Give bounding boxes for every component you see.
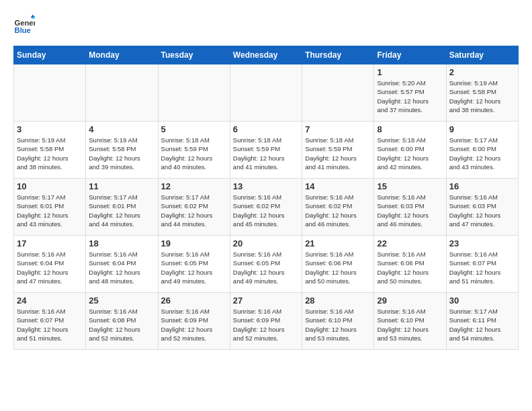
- day-number: 21: [305, 238, 371, 248]
- calendar-cell: 14Sunrise: 5:16 AM Sunset: 6:02 PM Dayli…: [302, 179, 374, 236]
- day-detail: Sunrise: 5:17 AM Sunset: 6:01 PM Dayligh…: [17, 193, 83, 228]
- calendar-cell: 20Sunrise: 5:16 AM Sunset: 6:05 PM Dayli…: [230, 236, 302, 293]
- calendar-cell: 18Sunrise: 5:16 AM Sunset: 6:04 PM Dayli…: [86, 236, 158, 293]
- calendar-cell: 11Sunrise: 5:17 AM Sunset: 6:01 PM Dayli…: [86, 179, 158, 236]
- calendar-cell: 29Sunrise: 5:16 AM Sunset: 6:10 PM Dayli…: [374, 293, 446, 350]
- calendar-cell: 24Sunrise: 5:16 AM Sunset: 6:07 PM Dayli…: [14, 293, 86, 350]
- calendar-cell: 21Sunrise: 5:16 AM Sunset: 6:06 PM Dayli…: [302, 236, 374, 293]
- day-number: 20: [233, 238, 299, 248]
- calendar-cell: 5Sunrise: 5:18 AM Sunset: 5:59 PM Daylig…: [158, 122, 230, 179]
- day-number: 15: [377, 181, 443, 191]
- day-detail: Sunrise: 5:16 AM Sunset: 6:07 PM Dayligh…: [17, 307, 83, 342]
- day-detail: Sunrise: 5:16 AM Sunset: 6:04 PM Dayligh…: [17, 250, 83, 285]
- day-number: 17: [17, 238, 83, 248]
- day-number: 19: [161, 238, 227, 248]
- day-detail: Sunrise: 5:16 AM Sunset: 6:03 PM Dayligh…: [377, 193, 443, 228]
- day-number: 5: [161, 124, 227, 134]
- day-detail: Sunrise: 5:17 AM Sunset: 6:11 PM Dayligh…: [449, 307, 515, 342]
- day-detail: Sunrise: 5:16 AM Sunset: 6:09 PM Dayligh…: [233, 307, 299, 342]
- day-number: 9: [449, 124, 515, 134]
- day-number: 7: [305, 124, 371, 134]
- calendar-cell: 26Sunrise: 5:16 AM Sunset: 6:09 PM Dayli…: [158, 293, 230, 350]
- day-number: 10: [17, 181, 83, 191]
- day-number: 12: [161, 181, 227, 191]
- day-detail: Sunrise: 5:16 AM Sunset: 6:10 PM Dayligh…: [305, 307, 371, 342]
- day-detail: Sunrise: 5:17 AM Sunset: 6:01 PM Dayligh…: [89, 193, 154, 228]
- day-number: 30: [449, 295, 515, 306]
- day-detail: Sunrise: 5:16 AM Sunset: 6:02 PM Dayligh…: [305, 193, 371, 228]
- calendar-cell: 28Sunrise: 5:16 AM Sunset: 6:10 PM Dayli…: [302, 293, 374, 350]
- header-day-thursday: Thursday: [302, 46, 374, 64]
- calendar-cell: 22Sunrise: 5:16 AM Sunset: 6:06 PM Dayli…: [374, 236, 446, 293]
- day-number: 22: [377, 238, 443, 248]
- day-detail: Sunrise: 5:19 AM Sunset: 5:58 PM Dayligh…: [89, 136, 154, 171]
- day-number: 25: [89, 295, 154, 306]
- day-detail: Sunrise: 5:20 AM Sunset: 5:57 PM Dayligh…: [377, 79, 443, 114]
- day-detail: Sunrise: 5:18 AM Sunset: 6:00 PM Dayligh…: [377, 136, 443, 171]
- calendar-cell: 30Sunrise: 5:17 AM Sunset: 6:11 PM Dayli…: [446, 293, 518, 350]
- calendar-cell: 16Sunrise: 5:16 AM Sunset: 6:03 PM Dayli…: [446, 179, 518, 236]
- calendar-cell: [86, 64, 158, 122]
- day-number: 29: [377, 295, 443, 306]
- day-detail: Sunrise: 5:16 AM Sunset: 6:04 PM Dayligh…: [89, 250, 154, 285]
- week-row-2: 10Sunrise: 5:17 AM Sunset: 6:01 PM Dayli…: [14, 179, 519, 236]
- calendar-cell: 19Sunrise: 5:16 AM Sunset: 6:05 PM Dayli…: [158, 236, 230, 293]
- day-number: 28: [305, 295, 371, 306]
- week-row-4: 24Sunrise: 5:16 AM Sunset: 6:07 PM Dayli…: [14, 293, 519, 350]
- header-day-monday: Monday: [86, 46, 158, 64]
- day-detail: Sunrise: 5:16 AM Sunset: 6:07 PM Dayligh…: [449, 250, 515, 285]
- calendar-cell: [158, 64, 230, 122]
- calendar-cell: 12Sunrise: 5:17 AM Sunset: 6:02 PM Dayli…: [158, 179, 230, 236]
- day-number: 6: [233, 124, 299, 134]
- day-number: 26: [161, 295, 227, 306]
- calendar-cell: 27Sunrise: 5:16 AM Sunset: 6:09 PM Dayli…: [230, 293, 302, 350]
- calendar-cell: 25Sunrise: 5:16 AM Sunset: 6:08 PM Dayli…: [86, 293, 158, 350]
- calendar-table: SundayMondayTuesdayWednesdayThursdayFrid…: [13, 46, 519, 350]
- day-number: 16: [449, 181, 515, 191]
- day-detail: Sunrise: 5:18 AM Sunset: 5:59 PM Dayligh…: [161, 136, 227, 171]
- header-day-tuesday: Tuesday: [158, 46, 230, 64]
- calendar-cell: [230, 64, 302, 122]
- day-detail: Sunrise: 5:16 AM Sunset: 6:03 PM Dayligh…: [449, 193, 515, 228]
- header-row: SundayMondayTuesdayWednesdayThursdayFrid…: [14, 46, 519, 64]
- calendar-cell: 4Sunrise: 5:19 AM Sunset: 5:58 PM Daylig…: [86, 122, 158, 179]
- header-day-friday: Friday: [374, 46, 446, 64]
- calendar-header: SundayMondayTuesdayWednesdayThursdayFrid…: [14, 46, 519, 64]
- day-detail: Sunrise: 5:16 AM Sunset: 6:05 PM Dayligh…: [233, 250, 299, 285]
- week-row-1: 3Sunrise: 5:19 AM Sunset: 5:58 PM Daylig…: [14, 122, 519, 179]
- calendar-cell: 3Sunrise: 5:19 AM Sunset: 5:58 PM Daylig…: [14, 122, 86, 179]
- calendar-cell: 15Sunrise: 5:16 AM Sunset: 6:03 PM Dayli…: [374, 179, 446, 236]
- day-number: 14: [305, 181, 371, 191]
- day-number: 27: [233, 295, 299, 306]
- calendar-cell: 9Sunrise: 5:17 AM Sunset: 6:00 PM Daylig…: [446, 122, 518, 179]
- day-detail: Sunrise: 5:16 AM Sunset: 6:10 PM Dayligh…: [377, 307, 443, 342]
- header-day-sunday: Sunday: [14, 46, 86, 64]
- day-number: 8: [377, 124, 443, 134]
- calendar-cell: 13Sunrise: 5:16 AM Sunset: 6:02 PM Dayli…: [230, 179, 302, 236]
- header-day-wednesday: Wednesday: [230, 46, 302, 64]
- calendar-cell: 2Sunrise: 5:19 AM Sunset: 5:58 PM Daylig…: [446, 64, 518, 122]
- page-header: General Blue: [13, 13, 519, 35]
- day-number: 23: [449, 238, 515, 248]
- day-detail: Sunrise: 5:16 AM Sunset: 6:06 PM Dayligh…: [305, 250, 371, 285]
- day-detail: Sunrise: 5:18 AM Sunset: 5:59 PM Dayligh…: [233, 136, 299, 171]
- day-number: 18: [89, 238, 154, 248]
- calendar-cell: 1Sunrise: 5:20 AM Sunset: 5:57 PM Daylig…: [374, 64, 446, 122]
- calendar-cell: [14, 64, 86, 122]
- day-detail: Sunrise: 5:16 AM Sunset: 6:02 PM Dayligh…: [233, 193, 299, 228]
- day-detail: Sunrise: 5:16 AM Sunset: 6:05 PM Dayligh…: [161, 250, 227, 285]
- calendar-cell: 23Sunrise: 5:16 AM Sunset: 6:07 PM Dayli…: [446, 236, 518, 293]
- week-row-0: 1Sunrise: 5:20 AM Sunset: 5:57 PM Daylig…: [14, 64, 519, 122]
- calendar-cell: 6Sunrise: 5:18 AM Sunset: 5:59 PM Daylig…: [230, 122, 302, 179]
- svg-text:General: General: [15, 19, 35, 27]
- logo: General Blue: [13, 13, 35, 35]
- day-detail: Sunrise: 5:16 AM Sunset: 6:09 PM Dayligh…: [161, 307, 227, 342]
- day-number: 13: [233, 181, 299, 191]
- logo-icon: General Blue: [13, 13, 35, 35]
- day-number: 4: [89, 124, 154, 134]
- day-detail: Sunrise: 5:18 AM Sunset: 5:59 PM Dayligh…: [305, 136, 371, 171]
- calendar-cell: 17Sunrise: 5:16 AM Sunset: 6:04 PM Dayli…: [14, 236, 86, 293]
- day-number: 1: [377, 67, 443, 77]
- day-detail: Sunrise: 5:16 AM Sunset: 6:08 PM Dayligh…: [89, 307, 154, 342]
- calendar-cell: 8Sunrise: 5:18 AM Sunset: 6:00 PM Daylig…: [374, 122, 446, 179]
